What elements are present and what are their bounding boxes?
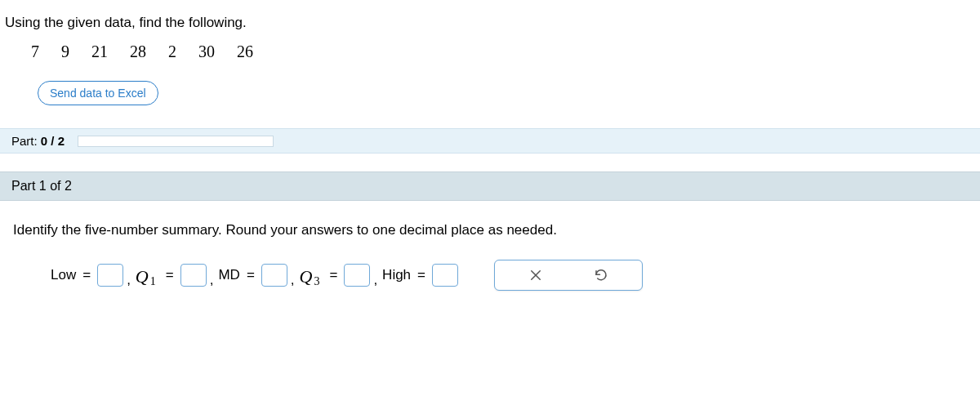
comma: ,	[373, 272, 377, 288]
md-label: MD	[218, 267, 239, 283]
send-to-excel-button[interactable]: Send data to Excel	[38, 81, 158, 105]
md-input[interactable]	[261, 264, 287, 287]
q1-subscript: 1	[150, 275, 156, 288]
progress-bar-row: Part: 0 / 2	[0, 128, 980, 154]
instruction-text: Identify the five-number summary. Round …	[13, 222, 967, 238]
equals-sign: =	[417, 267, 425, 283]
progress-bar	[78, 136, 274, 147]
q3-input[interactable]	[344, 264, 370, 287]
data-value: 7	[31, 42, 39, 60]
equals-sign: =	[166, 267, 174, 283]
data-value: 21	[91, 42, 108, 60]
data-value: 2	[168, 42, 176, 60]
q1-label: Q	[136, 266, 149, 287]
comma: ,	[291, 272, 295, 288]
undo-icon	[594, 268, 608, 283]
data-values-row: 7 9 21 28 2 30 26	[0, 42, 980, 76]
data-value: 26	[237, 42, 253, 60]
action-toolbar	[494, 260, 643, 291]
high-label: High	[382, 267, 411, 283]
equals-sign: =	[247, 267, 255, 283]
progress-label: Part: 0 / 2	[11, 134, 65, 148]
high-input[interactable]	[432, 264, 458, 287]
data-value: 28	[130, 42, 146, 60]
equals-sign: =	[82, 267, 91, 283]
data-value: 9	[61, 42, 69, 60]
answer-row: Low = , Q1 = , MD = , Q3 = , High =	[13, 260, 967, 291]
reset-button[interactable]	[593, 267, 609, 283]
comma: ,	[127, 272, 131, 288]
q3-label: Q	[300, 266, 313, 287]
q3-subscript: 3	[314, 275, 319, 288]
data-value: 30	[198, 42, 215, 60]
clear-button[interactable]	[528, 267, 544, 283]
prompt-text: Using the given data, find the following…	[0, 0, 980, 42]
comma: ,	[210, 272, 214, 288]
close-icon	[528, 268, 543, 283]
low-label: Low	[51, 267, 76, 283]
equals-sign: =	[329, 267, 337, 283]
q1-input[interactable]	[180, 264, 207, 287]
part-header: Part 1 of 2	[0, 171, 980, 201]
low-input[interactable]	[97, 264, 123, 287]
